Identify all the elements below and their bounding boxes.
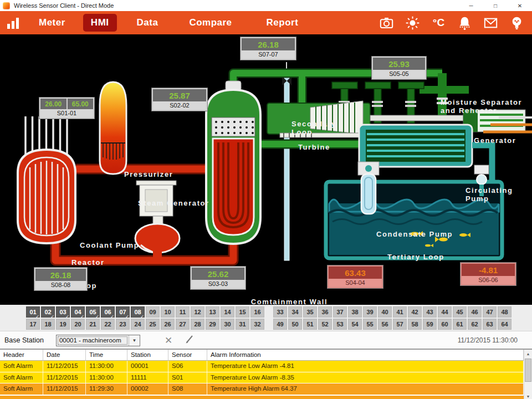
station-cell-30[interactable]: 30 <box>221 319 234 330</box>
station-cell-38[interactable]: 38 <box>348 306 362 318</box>
alarm-row[interactable]: Soft Alarm11/12/201511:29:3000002S08Temp… <box>0 383 524 395</box>
scroll-up-icon[interactable]: ▲ <box>524 350 532 357</box>
column-header[interactable]: Station <box>127 350 168 360</box>
minimize-button[interactable]: ─ <box>459 0 483 11</box>
station-cell-29[interactable]: 29 <box>206 319 219 330</box>
tab-meter[interactable]: Meter <box>31 14 73 32</box>
mail-icon[interactable] <box>483 16 498 30</box>
temperature-unit-icon[interactable]: °C <box>431 16 446 30</box>
station-cell-20[interactable]: 20 <box>71 319 85 330</box>
close-button[interactable]: ✕ <box>508 0 532 11</box>
station-cell-60[interactable]: 60 <box>438 319 452 330</box>
station-cell-58[interactable]: 58 <box>408 319 422 330</box>
tab-report[interactable]: Report <box>259 14 306 32</box>
column-header[interactable]: Date <box>43 350 86 360</box>
station-cell-15[interactable]: 15 <box>236 306 249 318</box>
alarm-row[interactable]: Soft Alarm11/12/201511:30:0011111S01Temp… <box>0 372 524 384</box>
station-cell-52[interactable]: 52 <box>318 319 332 330</box>
station-cell-48[interactable]: 48 <box>498 306 511 318</box>
dropdown-arrow-icon[interactable]: ▼ <box>129 335 140 346</box>
station-cell-19[interactable]: 19 <box>56 319 70 330</box>
station-cell-36[interactable]: 36 <box>318 306 332 318</box>
tab-compare[interactable]: Compare <box>181 14 239 32</box>
edit-pencil-icon[interactable] <box>185 334 195 346</box>
station-cell-12[interactable]: 12 <box>191 306 204 318</box>
column-header[interactable]: Alarm Information <box>207 350 524 360</box>
station-cell-28[interactable]: 28 <box>191 319 204 330</box>
sensor-box-s06[interactable]: -4.81 S06-06 <box>461 263 516 285</box>
station-cell-26[interactable]: 26 <box>161 319 175 330</box>
station-cell-47[interactable]: 47 <box>483 306 497 318</box>
sensor-box-s07[interactable]: 26.18 S07-07 <box>241 37 296 60</box>
station-cell-53[interactable]: 53 <box>333 319 347 330</box>
column-header[interactable]: Header <box>0 350 43 360</box>
station-cell-64[interactable]: 64 <box>498 319 511 330</box>
table-scrollbar[interactable]: ▲ ▼ <box>524 350 532 399</box>
station-cell-27[interactable]: 27 <box>176 319 190 330</box>
station-cell-01[interactable]: 01✓ <box>26 306 40 318</box>
station-cell-09[interactable]: 09 <box>146 306 160 318</box>
station-cell-50[interactable]: 50 <box>288 319 302 330</box>
station-cell-62[interactable]: 62 <box>468 319 482 330</box>
station-cell-61[interactable]: 61 <box>453 319 467 330</box>
scrollbar-thumb[interactable] <box>525 359 531 382</box>
station-cell-04[interactable]: 04✓ <box>71 306 85 318</box>
maximize-button[interactable]: □ <box>483 0 508 11</box>
station-cell-33[interactable]: 33 <box>273 306 287 318</box>
tab-hmi[interactable]: HMI <box>83 14 117 32</box>
station-cell-13[interactable]: 13 <box>206 306 219 318</box>
sensor-box-s05[interactable]: 25.93 S05-05 <box>372 57 426 79</box>
station-cell-42[interactable]: 42 <box>408 306 422 318</box>
alarm-row[interactable]: Soft Alarm11/12/201511:30:0000001S06Temp… <box>0 361 524 372</box>
clear-icon[interactable]: ✕ <box>165 335 172 346</box>
station-cell-59[interactable]: 59 <box>423 319 437 330</box>
sensor-box-s02[interactable]: 25.87 S02-02 <box>152 88 207 111</box>
station-cell-24[interactable]: 24 <box>131 319 145 330</box>
alarm-bell-icon[interactable] <box>457 16 472 30</box>
station-cell-37[interactable]: 37 <box>333 306 347 318</box>
sensor-box-s03[interactable]: 25.62 S03-03 <box>191 267 245 289</box>
station-cell-39[interactable]: 39 <box>363 306 377 318</box>
station-cell-18[interactable]: 18 <box>41 319 55 330</box>
station-cell-25[interactable]: 25 <box>146 319 160 330</box>
tab-data[interactable]: Data <box>129 14 166 32</box>
column-header[interactable]: Time <box>86 350 127 360</box>
station-cell-46[interactable]: 46 <box>468 306 482 318</box>
station-cell-54[interactable]: 54 <box>348 319 362 330</box>
station-cell-32[interactable]: 32 <box>250 319 264 330</box>
station-cell-44[interactable]: 44 <box>438 306 452 318</box>
station-cell-22[interactable]: 22 <box>101 319 115 330</box>
bar-chart-icon[interactable] <box>7 17 19 29</box>
station-cell-57[interactable]: 57 <box>393 319 407 330</box>
station-cell-43[interactable]: 43 <box>423 306 437 318</box>
station-cell-10[interactable]: 10 <box>161 306 175 318</box>
station-cell-14[interactable]: 14 <box>221 306 234 318</box>
station-cell-49[interactable]: 49 <box>273 319 287 330</box>
sensor-box-s01[interactable]: 26.00 65.00 S01-01 <box>39 98 94 119</box>
column-header[interactable]: Sensor <box>168 350 207 360</box>
base-station-select[interactable]: 00001 - machineroom ▼ <box>56 335 140 346</box>
station-cell-63[interactable]: 63 <box>483 319 497 330</box>
station-cell-55[interactable]: 55 <box>363 319 377 330</box>
station-cell-35[interactable]: 35 <box>303 306 317 318</box>
station-cell-07[interactable]: 07✓ <box>116 306 130 318</box>
sensor-box-s08[interactable]: 26.18 S08-08 <box>34 268 87 290</box>
station-cell-23[interactable]: 23 <box>116 319 130 330</box>
station-cell-41[interactable]: 41 <box>393 306 407 318</box>
station-cell-08[interactable]: 08✓ <box>131 306 145 318</box>
station-cell-45[interactable]: 45 <box>453 306 467 318</box>
scroll-down-icon[interactable]: ▼ <box>524 392 532 399</box>
sensor-box-s04[interactable]: 63.43 S04-04 <box>328 265 383 288</box>
station-cell-16[interactable]: 16 <box>250 306 264 318</box>
station-cell-03[interactable]: 03✓ <box>56 306 70 318</box>
station-cell-31[interactable]: 31 <box>236 319 249 330</box>
station-cell-40[interactable]: 40 <box>378 306 392 318</box>
station-cell-06[interactable]: 06✓ <box>101 306 115 318</box>
brightness-sun-icon[interactable] <box>405 16 420 30</box>
station-cell-34[interactable]: 34 <box>288 306 302 318</box>
station-cell-56[interactable]: 56 <box>378 319 392 330</box>
station-cell-11[interactable]: 11 <box>176 306 190 318</box>
station-cell-51[interactable]: 51 <box>303 319 317 330</box>
station-cell-21[interactable]: 21 <box>86 319 100 330</box>
bulb-icon[interactable] <box>509 16 524 30</box>
